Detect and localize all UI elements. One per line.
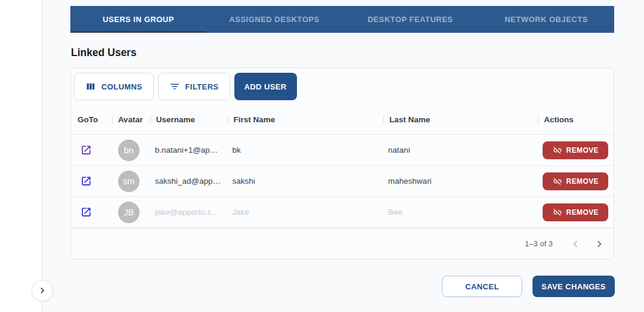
tab-assigned-desktops[interactable]: ASSIGNED DESKTOPS [206,6,342,33]
filters-button-label: FILTERS [185,82,219,91]
avatar: bn [118,140,140,161]
chevron-left-icon[interactable] [568,237,583,251]
pagination-range-label: 1–3 of 3 [525,239,553,248]
header-label: Last Name [389,115,430,124]
header-last-name: Last Name [383,105,538,134]
link-off-icon [553,208,562,217]
first-name-cell: bk [227,146,383,155]
table-row[interactable]: sm sakshi_ad@app… sakshi maheshwari REMO… [71,166,614,197]
avatar-cell: sm [112,171,150,192]
last-name-cell: Bee [383,208,538,217]
header-label: Actions [544,115,574,124]
header-label: GoTo [78,115,98,124]
page-title: Linked Users [71,47,137,59]
cancel-button[interactable]: CANCEL [442,276,522,297]
panel-divider [42,0,42,312]
tab-label: DESKTOP FEATURES [367,15,453,24]
avatar: JB [118,202,140,223]
avatar-cell: bn [112,140,150,161]
grid-pagination: 1–3 of 3 [71,228,614,259]
left-panel [0,0,42,312]
goto-cell [71,175,112,187]
username-cell: jake@apporto.c… [150,208,228,217]
header-goto: GoTo [71,105,112,134]
actions-cell: REMOVE [538,141,614,159]
open-in-new-icon[interactable] [80,175,92,187]
add-user-button[interactable]: ADD USER [234,73,297,100]
sidebar-expand-button[interactable] [32,280,53,301]
column-separator [383,116,384,124]
column-separator [150,116,151,124]
header-label: First Name [233,115,275,124]
linked-users-card: COLUMNS FILTERS ADD USER GoTo Avatar Use… [70,67,614,260]
header-username: Username [150,105,228,134]
columns-icon [85,81,96,92]
remove-user-button[interactable]: REMOVE [543,141,608,159]
group-settings-screen: USERS IN GROUP ASSIGNED DESKTOPS DESKTOP… [0,0,644,312]
remove-button-label: REMOVE [566,177,599,186]
header-label: Username [156,115,195,124]
tab-label: ASSIGNED DESKTOPS [229,15,319,24]
last-name-cell: maheshwari [383,177,538,186]
remove-button-label: REMOVE [566,208,599,217]
save-changes-button[interactable]: SAVE CHANGES [532,276,615,297]
column-separator [538,116,538,124]
header-actions: Actions [538,105,614,134]
tab-label: NETWORK OBJECTS [504,15,588,24]
header-label: Avatar [118,115,143,124]
header-avatar: Avatar [112,105,150,134]
tab-users-in-group[interactable]: USERS IN GROUP [70,6,206,33]
avatar: sm [118,171,140,192]
grid-toolbar: COLUMNS FILTERS ADD USER [74,73,297,100]
remove-button-label: REMOVE [566,146,599,155]
chevron-right-icon [36,285,48,296]
tab-desktop-features[interactable]: DESKTOP FEATURES [342,6,478,33]
username-cell: b.natani+1@ap… [150,146,228,155]
tab-label: USERS IN GROUP [103,15,174,24]
goto-cell [71,206,112,218]
link-off-icon [553,177,562,186]
avatar-cell: JB [112,202,150,223]
table-row[interactable]: JB jake@apporto.c… Jake Bee REMOVE [71,197,614,228]
open-in-new-icon[interactable] [80,144,92,156]
grid-header-row: GoTo Avatar Username First Name Last Nam… [71,105,614,135]
cancel-button-label: CANCEL [465,282,499,291]
active-tab-indicator [70,31,206,33]
username-cell: sakshi_ad@app… [150,177,228,186]
save-changes-button-label: SAVE CHANGES [541,282,606,291]
first-name-cell: sakshi [227,177,383,186]
last-name-cell: natani [383,146,538,155]
column-separator [227,116,228,124]
remove-user-button[interactable]: REMOVE [543,172,608,190]
open-in-new-icon[interactable] [80,206,92,218]
chevron-right-icon[interactable] [592,237,606,251]
filter-icon [169,81,180,92]
column-separator [112,116,113,124]
actions-cell: REMOVE [538,172,614,190]
header-first-name: First Name [227,105,383,134]
remove-user-button[interactable]: REMOVE [543,203,608,221]
columns-button[interactable]: COLUMNS [74,73,154,100]
columns-button-label: COLUMNS [101,82,143,91]
actions-cell: REMOVE [538,203,614,221]
table-row[interactable]: bn b.natani+1@ap… bk natani REMOVE [71,135,614,166]
tab-network-objects[interactable]: NETWORK OBJECTS [478,6,614,33]
first-name-cell: Jake [227,208,383,217]
goto-cell [71,144,112,156]
link-off-icon [553,146,562,155]
add-user-button-label: ADD USER [244,82,287,91]
filters-button[interactable]: FILTERS [158,73,230,100]
tab-bar: USERS IN GROUP ASSIGNED DESKTOPS DESKTOP… [70,6,614,33]
